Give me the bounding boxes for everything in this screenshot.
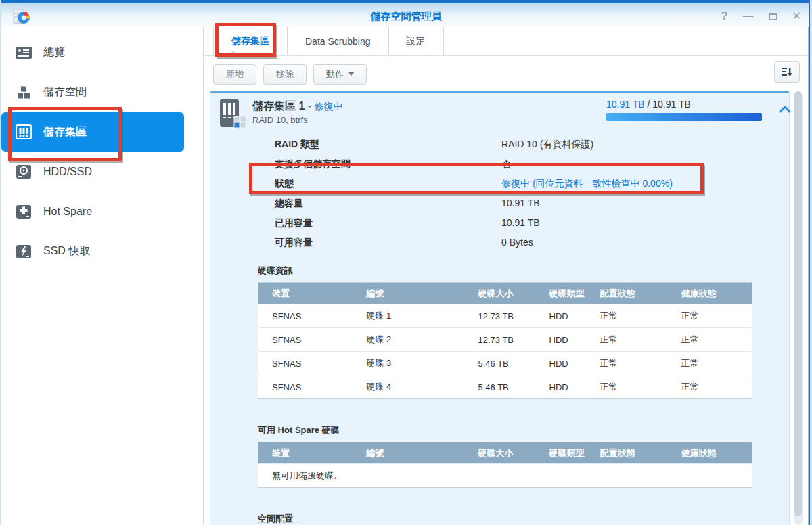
volume-cubes-icon xyxy=(15,84,32,101)
title-bar: 儲存空間管理員 ? — ✕ xyxy=(0,0,812,27)
add-button[interactable]: 新增 xyxy=(213,64,256,85)
disk-info-title: 硬碟資訊 xyxy=(258,265,789,277)
detail-row-status: 狀態 修復中 (同位元資料一致性檢查中 0.00%) xyxy=(210,174,789,193)
scrollbar-thumb[interactable] xyxy=(794,91,802,516)
col-size[interactable]: 硬碟大小 xyxy=(465,442,536,464)
detail-row-total-capacity: 總容量 10.91 TB xyxy=(210,193,789,213)
window-frame-left xyxy=(0,0,1,525)
sidebar-item-ssd-cache[interactable]: SSD 快取 xyxy=(1,231,203,271)
sidebar-item-label: 儲存空間 xyxy=(43,85,87,99)
action-dropdown-button[interactable]: 動作 xyxy=(313,64,367,85)
storage-pool-panel: 儲存集區 1 - 修復中 RAID 10, btrfs 10.91 TB / 1… xyxy=(210,91,790,525)
action-button-label: 動作 xyxy=(326,68,344,81)
detail-value: 10.91 TB xyxy=(501,213,540,233)
status-badge: 正常 xyxy=(587,375,668,399)
detail-value: 10.91 TB xyxy=(501,193,540,213)
collapse-chevron-up-icon[interactable] xyxy=(779,105,791,113)
capacity-total: 10.91 TB xyxy=(652,99,691,110)
status-badge: 正常 xyxy=(587,304,668,328)
disk-info-table: 裝置 編號 硬碟大小 硬碟類型 配置狀態 健康狀態 SFNAS 硬碟 1 12.… xyxy=(258,282,752,399)
col-number[interactable]: 編號 xyxy=(353,283,465,304)
col-device[interactable]: 裝置 xyxy=(258,442,353,464)
status-badge: 正常 xyxy=(668,375,752,399)
col-number[interactable]: 編號 xyxy=(353,442,465,464)
capacity-text: 10.91 TB / 10.91 TB xyxy=(606,99,762,110)
minimize-button[interactable]: — xyxy=(743,9,754,23)
sidebar-item-label: 儲存集區 xyxy=(43,125,87,139)
col-type[interactable]: 硬碟類型 xyxy=(536,442,587,464)
tab-label: Data Scrubbing xyxy=(305,36,371,47)
tab-settings[interactable]: 設定 xyxy=(389,27,444,55)
hot-spare-icon xyxy=(15,203,32,221)
vertical-scrollbar[interactable] xyxy=(794,91,803,525)
sort-order-button[interactable] xyxy=(774,61,800,83)
col-allocation-status[interactable]: 配置狀態 xyxy=(587,442,668,464)
detail-label: 已用容量 xyxy=(275,217,313,228)
sidebar-item-label: Hot Spare xyxy=(43,206,92,218)
status-badge: 正常 xyxy=(668,352,752,375)
toolbar: 新增 移除 動作 xyxy=(204,57,808,91)
detail-value: 0 Bytes xyxy=(501,233,533,252)
table-row[interactable]: SFNAS 硬碟 4 5.46 TB HDD 正常 正常 xyxy=(258,375,752,399)
col-allocation-status[interactable]: 配置狀態 xyxy=(587,283,668,304)
hot-spare-title: 可用 Hot Spare 硬碟 xyxy=(258,424,789,436)
col-size[interactable]: 硬碟大小 xyxy=(465,283,536,304)
capacity-progress-fill xyxy=(606,113,762,121)
table-row[interactable]: SFNAS 硬碟 1 12.73 TB HDD 正常 正常 xyxy=(258,304,752,328)
pool-panel-header[interactable]: 儲存集區 1 - 修復中 RAID 10, btrfs 10.91 TB / 1… xyxy=(210,93,789,133)
tab-label: 儲存集區 xyxy=(231,35,269,47)
pool-separator: - xyxy=(308,100,315,112)
overview-icon xyxy=(15,44,32,62)
detail-row-used-capacity: 已用容量 10.91 TB xyxy=(210,213,789,233)
detail-value-status: 修復中 (同位元資料一致性檢查中 0.00%) xyxy=(501,174,673,193)
status-badge: 正常 xyxy=(668,328,752,352)
pool-status-text: 修復中 xyxy=(315,101,343,112)
pool-subtitle: RAID 10, btrfs xyxy=(252,115,308,125)
detail-label: 可用容量 xyxy=(275,237,313,248)
close-button[interactable]: ✕ xyxy=(792,9,801,23)
col-health-status[interactable]: 健康狀態 xyxy=(668,283,752,304)
ssd-cache-icon xyxy=(15,243,32,260)
sort-order-icon xyxy=(781,66,793,77)
table-header-row: 裝置 編號 硬碟大小 硬碟類型 配置狀態 健康狀態 xyxy=(258,283,752,304)
help-button[interactable]: ? xyxy=(721,9,728,23)
sidebar-item-hdd-ssd[interactable]: HDD/SSD xyxy=(1,152,203,191)
pool-name: 儲存集區 1 xyxy=(252,100,304,112)
capacity-used: 10.91 TB xyxy=(606,99,645,110)
table-row[interactable]: SFNAS 硬碟 3 5.46 TB HDD 正常 正常 xyxy=(258,352,752,375)
status-badge: 正常 xyxy=(668,304,752,328)
detail-label: 總容量 xyxy=(275,198,303,208)
sidebar-item-hot-spare[interactable]: Hot Spare xyxy=(1,191,203,231)
detail-row-multi-volume: 支援多個儲存空間 否 xyxy=(210,154,789,174)
col-device[interactable]: 裝置 xyxy=(258,283,353,304)
sidebar-item-storage-pool[interactable]: 儲存集區 xyxy=(1,112,184,152)
sidebar-item-label: 總覽 xyxy=(43,45,65,60)
tab-label: 設定 xyxy=(407,35,426,47)
col-type[interactable]: 硬碟類型 xyxy=(536,283,587,304)
sidebar-divider xyxy=(203,27,204,525)
tab-bar: 儲存集區 Data Scrubbing 設定 xyxy=(204,27,808,56)
detail-label: 支援多個儲存空間 xyxy=(275,158,351,169)
status-badge: 正常 xyxy=(587,328,668,352)
col-health-status[interactable]: 健康狀態 xyxy=(668,442,752,464)
sidebar-item-volume[interactable]: 儲存空間 xyxy=(1,72,203,112)
sidebar-item-label: HDD/SSD xyxy=(43,166,92,178)
empty-row: 無可用備援硬碟。 xyxy=(258,464,752,488)
remove-button[interactable]: 移除 xyxy=(263,64,307,85)
tab-data-scrubbing[interactable]: Data Scrubbing xyxy=(288,27,389,55)
detail-row-raid-type: RAID 類型 RAID 10 (有資料保護) xyxy=(210,135,789,154)
tab-storage-pool[interactable]: 儲存集區 xyxy=(213,27,288,55)
sidebar-item-overview[interactable]: 總覽 xyxy=(1,32,203,72)
chevron-down-icon xyxy=(348,72,354,76)
detail-row-free-capacity: 可用容量 0 Bytes xyxy=(210,233,789,252)
pool-device-icon xyxy=(219,98,248,131)
maximize-button[interactable] xyxy=(769,13,777,20)
detail-label: 狀態 xyxy=(275,178,294,189)
sidebar-item-label: SSD 快取 xyxy=(43,244,90,258)
table-row[interactable]: SFNAS 硬碟 2 12.73 TB HDD 正常 正常 xyxy=(258,328,752,352)
storage-pool-icon xyxy=(15,123,32,141)
detail-value: 否 xyxy=(501,154,511,174)
sidebar: 總覽 儲存空間 儲存集區 HDD/SSD xyxy=(1,27,203,525)
detail-label: RAID 類型 xyxy=(275,139,319,150)
capacity-progress-bar xyxy=(606,113,762,121)
